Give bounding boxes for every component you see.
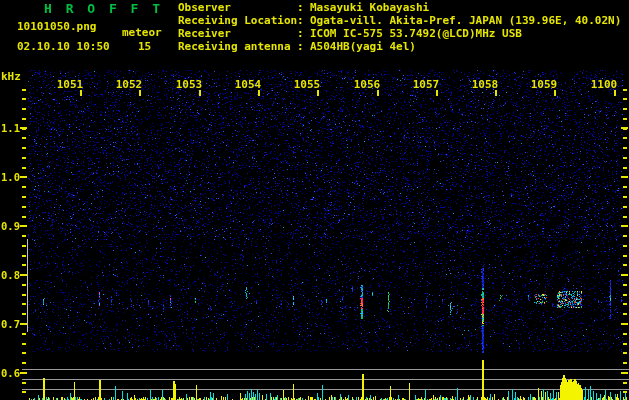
filename: 10101050.png — [17, 20, 96, 33]
station-info: Observer:Masayuki KobayashiReceiving Loc… — [178, 1, 621, 53]
info-value: ICOM IC-575 53.7492(@LCD)MHz USB — [310, 27, 522, 40]
freq-label: 1.1 — [0, 122, 20, 134]
info-label: Receiving antenna — [178, 40, 297, 53]
station-info-row: Observer:Masayuki Kobayashi — [178, 1, 621, 14]
time-label: 1059 — [530, 78, 558, 91]
info-colon: : — [297, 14, 310, 27]
mode-label: meteor — [122, 26, 162, 39]
freq-label: 1.0 — [0, 171, 20, 183]
freq-label: 0.7 — [0, 318, 20, 330]
app-title: H R O F F T — [44, 1, 163, 16]
info-label: Observer — [178, 1, 297, 14]
info-label: Receiving Location — [178, 14, 297, 27]
station-info-row: Receiver:ICOM IC-575 53.7492(@LCD)MHz US… — [178, 27, 621, 40]
info-label: Receiver — [178, 27, 297, 40]
time-label: 1051 — [56, 78, 84, 91]
time-label: 1055 — [293, 78, 321, 91]
station-info-row: Receiving Location:Ogata-vill. Akita-Pre… — [178, 14, 621, 27]
station-info-row: Receiving antenna:A504HB(yagi 4el) — [178, 40, 621, 53]
hrofft-screen: H R O F F T 10101050.png meteor 02.10.10… — [0, 0, 629, 400]
freq-unit-label: kHz — [1, 70, 21, 83]
info-value: Ogata-vill. Akita-Pref. JAPAN (139.96E, … — [310, 14, 621, 27]
info-colon: : — [297, 40, 310, 53]
time-label: 1057 — [412, 78, 440, 91]
time-label: 1056 — [353, 78, 381, 91]
datetime: 02.10.10 10:50 — [17, 40, 110, 53]
time-label: 1053 — [175, 78, 203, 91]
time-label: 1052 — [115, 78, 143, 91]
info-colon: : — [297, 27, 310, 40]
freq-label: 0.9 — [0, 220, 20, 232]
freq-label: 0.6 — [0, 367, 20, 379]
time-label: 1058 — [471, 78, 499, 91]
meteor-count: 15 — [138, 40, 151, 53]
time-label: 1100 — [590, 78, 618, 91]
info-value: Masayuki Kobayashi — [310, 1, 429, 14]
spectrogram-canvas — [0, 0, 629, 400]
info-value: A504HB(yagi 4el) — [310, 40, 416, 53]
info-colon: : — [297, 1, 310, 14]
time-label: 1054 — [234, 78, 262, 91]
freq-label: 0.8 — [0, 269, 20, 281]
